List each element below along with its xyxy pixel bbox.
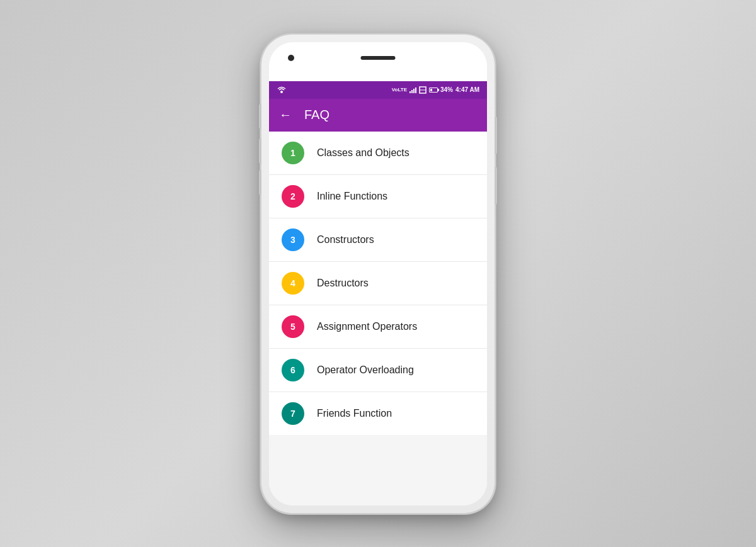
status-left (277, 85, 287, 95)
wifi-icon (277, 85, 287, 95)
speaker (361, 56, 396, 60)
item-label: Operator Overloading (317, 364, 414, 376)
battery-icon (429, 87, 438, 93)
item-label: Inline Functions (317, 191, 387, 202)
list-item[interactable]: 7Friends Function (269, 392, 487, 435)
battery-percent: 34% (440, 86, 453, 93)
number-badge: 3 (282, 228, 304, 251)
phone-inner: VoLTE (269, 42, 487, 505)
number-badge: 5 (282, 315, 304, 338)
volte-label: VoLTE (392, 87, 407, 93)
status-right: VoLTE (392, 86, 479, 94)
number-badge: 1 (282, 142, 304, 164)
signal-bars (410, 87, 416, 93)
phone-top-bar (269, 42, 487, 81)
number-badge: 2 (282, 185, 304, 208)
item-label: Classes and Objects (317, 147, 410, 159)
app-title: FAQ (304, 108, 329, 122)
network-icon (419, 86, 427, 94)
number-badge: 6 (282, 359, 304, 381)
app-bar: ← FAQ (269, 99, 487, 132)
list-item[interactable]: 1Classes and Objects (269, 132, 487, 175)
list-item[interactable]: 6Operator Overloading (269, 349, 487, 392)
number-badge: 7 (282, 402, 304, 425)
clock: 4:47 AM (455, 86, 479, 93)
item-label: Constructors (317, 234, 374, 245)
camera (288, 55, 294, 61)
list-container: 1Classes and Objects2Inline Functions3Co… (269, 132, 487, 435)
item-label: Destructors (317, 278, 369, 289)
phone-frame: VoLTE (261, 35, 495, 513)
svg-point-0 (280, 91, 283, 93)
screen: VoLTE (269, 81, 487, 505)
back-button[interactable]: ← (279, 108, 292, 122)
item-label: Assignment Operators (317, 321, 417, 332)
item-label: Friends Function (317, 408, 392, 419)
list-item[interactable]: 5Assignment Operators (269, 305, 487, 349)
list-item[interactable]: 4Destructors (269, 262, 487, 305)
status-bar: VoLTE (269, 81, 487, 99)
list-item[interactable]: 2Inline Functions (269, 175, 487, 218)
number-badge: 4 (282, 272, 304, 295)
list-item[interactable]: 3Constructors (269, 218, 487, 262)
